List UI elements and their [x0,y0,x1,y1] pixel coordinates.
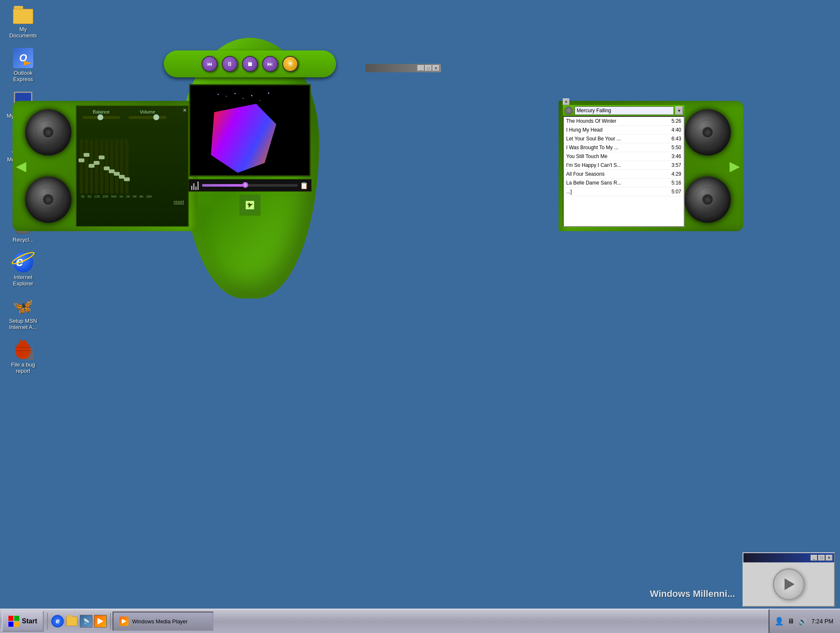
taskbar-divider-2 [110,613,111,630]
taskbar-wmp-program[interactable]: Windows Media Player [113,612,213,631]
thumbnail-content [743,562,834,606]
nav-area [188,193,312,216]
playlist-close-button[interactable]: × [563,98,570,105]
eq-bar-63[interactable] [85,139,88,194]
viz-particles [213,92,276,121]
windows-logo [8,616,19,627]
visualizer-bars-icon[interactable] [191,181,200,190]
msn-icon: 🦋 [13,296,33,316]
desktop-icon-bug[interactable]: File a bugreport [4,338,42,376]
left-speaker-bottom [25,177,71,223]
playlist-content[interactable]: The Hounds Of Winter5:26 I Hung My Head4… [563,116,685,227]
quicklaunch-folder[interactable] [66,615,78,628]
volume-label: Volume [140,109,155,114]
thumb-close[interactable]: × [826,555,832,561]
forward-button[interactable]: ⏭ [262,56,278,72]
playlist-item-5[interactable]: I'm So Happy I Can't S...3:57 [564,161,684,170]
quicklaunch-ie[interactable]: e [51,615,64,628]
right-speaker-bottom [685,177,731,223]
clock-display: 7:24 PM [810,618,835,625]
playlist-panel: × ▼ The Hounds Of Winter5:26 I Hung My H… [563,105,685,227]
icon-label-recycle: Recycl... [13,237,34,243]
playlist-title-input[interactable] [575,106,674,115]
playlist-icon [564,106,573,115]
viz-content [190,85,310,175]
eq-bar-2k[interactable] [110,139,113,194]
taskbar: Start e 📡 Windows Media Player [0,609,840,633]
windows-me-watermark: Windows Millenni... [650,588,735,599]
tray-volume-icon[interactable]: 🔊 [798,617,807,626]
eq-bar-8k[interactable] [120,139,123,194]
eq-bar-125[interactable] [90,139,93,194]
desktop-icon-msn[interactable]: 🦋 Setup MSNInternet A... [4,294,42,332]
playlist-item-6[interactable]: All Four Seasons4:29 [564,170,684,179]
right-wing: ▶ × ▼ [559,101,743,231]
icon-label-msn: Setup MSNInternet A... [9,318,37,330]
quicklaunch-channels[interactable]: 📡 [80,615,92,628]
wmp-thumbnail-window: _ □ × [743,552,835,607]
icon-label-my-documents: My Documents [6,26,40,39]
seek-bar-track[interactable] [202,184,298,187]
wmp-controls-bar: ⏮ ⏸ ⏹ ⏭ ✳ [164,50,336,77]
start-label: Start [22,617,37,625]
eq-freq-labels: 32 63 125 250 500 1K 2K 4K 8K 16K [76,195,188,198]
playlist-item-8[interactable]: ...]5:07 [564,187,684,196]
eq-bars-container [76,122,188,194]
right-speaker-top [685,109,731,156]
eq-panel: × Balance Volume [76,105,189,227]
eq-bar-16k[interactable] [125,139,129,194]
close-button[interactable]: × [433,65,439,71]
quicklaunch-icons: e 📡 [51,615,107,628]
playlist-item-3[interactable]: I Was Brought To My ...5:50 [564,143,684,152]
video-screen [189,84,311,177]
eq-bar-500[interactable] [100,139,103,194]
balance-slider-track[interactable] [82,116,120,119]
eq-reset-button[interactable]: reset [76,199,188,204]
playlist-dropdown-button[interactable]: ▼ [675,106,683,115]
eq-bar-250[interactable] [95,139,98,194]
left-speaker-top [25,109,71,156]
taskbar-wmp-icon [119,617,129,626]
thumbnail-buttons: _ □ × [811,555,832,561]
eq-bar-1k[interactable] [105,139,108,194]
bug-icon [13,340,33,360]
desktop: My Documents O OutlookExpress My Compute… [0,0,840,633]
left-arrow-button[interactable]: ◀ [16,158,26,174]
stop-button[interactable]: ⏹ [242,56,258,72]
desktop-icon-ie[interactable]: e InternetExplorer [4,251,42,288]
playlist-item-7[interactable]: La Belle Dame Sans R...5:16 [564,179,684,187]
thumbnail-circle-icon [773,568,805,600]
options-button[interactable]: ✳ [282,56,298,72]
thumb-restore[interactable]: □ [818,555,825,561]
balance-label: Balance [93,109,110,114]
icon-label-ie: InternetExplorer [13,274,33,287]
playlist-item-1[interactable]: I Hung My Head4:40 [564,126,684,135]
thumbnail-titlebar: _ □ × [743,553,834,562]
pause-button[interactable]: ⏸ [222,56,238,72]
desktop-icon-my-documents[interactable]: My Documents [4,4,42,40]
playlist-item-2[interactable]: Let Your Soul Be Your ...6:43 [564,135,684,143]
playlist-item-0[interactable]: The Hounds Of Winter5:26 [564,117,684,126]
eq-close-button[interactable]: × [183,107,186,113]
quicklaunch-play[interactable] [94,615,107,628]
rewind-button[interactable]: ⏮ [202,56,218,72]
thumb-minimize[interactable]: _ [811,555,817,561]
wmp-titlebar: _ □ × [365,64,441,72]
desktop-icon-outlook[interactable]: O OutlookExpress [4,46,42,84]
left-wing: ◀ × Balance [13,101,197,231]
system-tray: 👤 🖥 🔊 7:24 PM [769,609,840,633]
wmp-main-container: _ □ × ◀ × [160,38,580,315]
restore-button[interactable]: □ [425,65,432,71]
nav-arrow-icon [244,199,256,211]
playlist-item-4[interactable]: You Still Touch Me3:46 [564,152,684,161]
ie-icon: e [13,252,33,272]
folder-icon [13,6,33,24]
eq-bar-4k[interactable] [115,139,118,194]
clip-icon[interactable]: 📋 [299,181,309,190]
volume-slider-track[interactable] [129,116,166,119]
nav-button[interactable] [239,195,260,216]
right-arrow-button[interactable]: ▶ [730,158,740,174]
minimize-button[interactable]: _ [417,65,424,71]
start-button[interactable]: Start [2,611,44,632]
eq-bar-32[interactable] [80,139,83,194]
